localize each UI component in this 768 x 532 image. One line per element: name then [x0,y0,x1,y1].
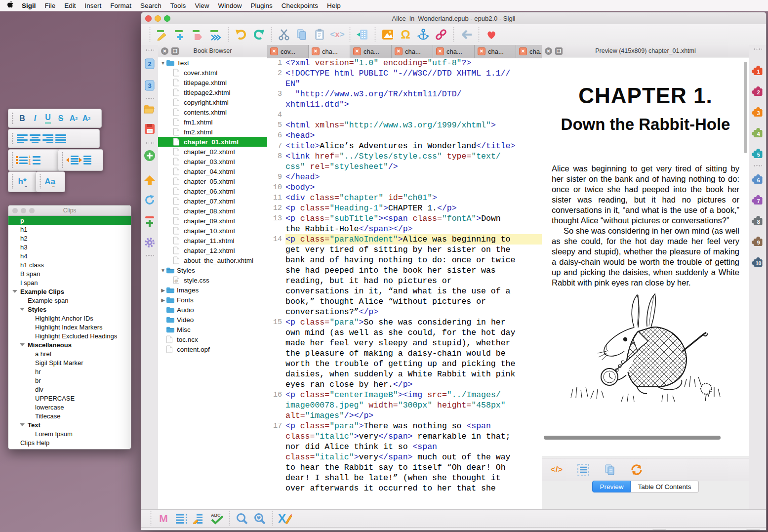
split-view-3-icon[interactable]: 3 [144,80,156,91]
code-line[interactable]: to hear the Rabbit say to itself “Oh dea… [267,462,542,473]
numbered-list-button[interactable]: 123 [29,154,41,166]
menu-sigil[interactable]: Sigil [17,2,40,9]
expand-triangle-icon[interactable] [12,290,17,293]
code-line[interactable]: xhtml11.dtd"> [267,99,542,110]
code-line[interactable]: 6<head> [267,130,542,141]
tree-folder[interactable]: ▶Images [158,285,267,295]
zoom-button[interactable] [164,15,170,22]
clip-item[interactable]: br [8,376,131,385]
split-view-2-icon[interactable]: 2 [144,58,156,70]
clip-item[interactable]: h1 [8,225,131,234]
tree-file[interactable]: copyright.xhtml [158,97,267,107]
metadata-editor-icon[interactable]: M [156,511,171,526]
code-line[interactable]: made her feel very sleepy and stupid), w… [267,338,542,348]
clip-item[interactable]: I span [8,278,131,287]
bold-button[interactable]: B [16,112,29,125]
clip-item[interactable]: a href [8,349,131,358]
donate-heart-icon[interactable] [484,27,499,42]
subscript-button[interactable]: A2 [67,112,80,125]
clip-item[interactable]: Highlight Excluded Headings [8,331,131,340]
menu-window[interactable]: Window [213,2,246,9]
drag-handle[interactable] [39,174,42,189]
back-icon[interactable] [459,27,474,42]
code-line[interactable]: get very tired of sitting by her sister … [267,245,542,255]
zoom-slider[interactable] [674,530,738,531]
menu-format[interactable]: Format [106,2,136,9]
clip-item[interactable]: Highlight Index Markers [8,323,131,331]
refresh-preview-icon[interactable] [629,462,644,477]
plugin-6-icon[interactable]: 6 [751,172,765,186]
tree-file[interactable]: toc.ncx [158,334,267,344]
tree-file[interactable]: chapter_07.xhtml [158,196,267,206]
expand-triangle-icon[interactable] [20,308,25,311]
split-marker-icon[interactable] [144,216,156,228]
preview-tab-table-of-contents[interactable]: Table Of Contents [631,481,698,492]
plugin-5-icon[interactable]: 5 [751,147,765,160]
insert-image-icon[interactable] [380,27,395,42]
code-line[interactable]: reading, but it had no pictures or [267,276,542,286]
menu-search[interactable]: Search [136,2,166,9]
editor-tab[interactable]: ✕cha... [392,45,433,58]
code-line[interactable]: own mind (as well as she could, for the … [267,327,542,338]
expand-triangle-icon[interactable] [20,343,25,346]
menu-checkpoints[interactable]: Checkpoints [277,2,323,9]
clip-item[interactable]: h3 [8,243,131,251]
insert-link-icon[interactable] [434,27,448,42]
clip-item[interactable]: Sigil Split Marker [8,358,131,367]
preview-tab-preview[interactable]: Preview [592,481,631,492]
plugin-2-icon[interactable]: 2 [751,84,765,98]
find-icon[interactable] [235,511,249,526]
tree-file[interactable]: chapter_08.xhtml [158,206,267,216]
tree-folder[interactable]: Video [158,315,267,325]
clip-item[interactable]: UPPERCASE [8,394,131,403]
drag-handle[interactable] [61,152,64,168]
clip-item[interactable]: lowercase [8,403,131,411]
code-line[interactable]: 1<?xml version="1.0" encoding="utf-8"?> [267,58,542,68]
inspect-code-icon[interactable]: </> [549,462,564,477]
code-line[interactable]: she had peeped into the book her sister … [267,265,542,276]
tree-folder[interactable]: ▶Fonts [158,295,267,305]
clip-item[interactable]: Styles [8,305,131,314]
indent-button[interactable] [79,154,91,166]
clip-item[interactable]: Clips Help [8,438,131,447]
menu-insert[interactable]: Insert [81,2,106,9]
menu-help[interactable]: Help [323,2,345,9]
code-line[interactable]: class="italic">very</span> much out of t… [267,452,542,462]
expand-arrow-icon[interactable]: ▼ [160,60,166,66]
mark-section-icon[interactable] [191,27,205,42]
code-line[interactable]: the Rabbit-Hole</span></p> [267,224,542,234]
tree-file[interactable]: contents.xhtml [158,107,267,117]
expand-arrow-icon[interactable]: ▶ [160,287,166,293]
code-line[interactable]: 5<html xmlns="http://www.w3.org/1999/xht… [267,120,542,130]
tree-file[interactable]: content.opf [158,344,267,354]
bullet-list-button[interactable] [16,154,29,166]
tree-file[interactable]: fm2.xhtml [158,127,267,137]
outdent-button[interactable] [66,154,79,166]
code-line[interactable]: 7<title>Alice’s Adventures in Wonderland… [267,141,542,151]
tree-folder[interactable]: Audio [158,305,267,315]
refresh-icon[interactable] [144,194,156,206]
drag-handle[interactable] [11,152,14,168]
code-line[interactable]: class="italic">very</span> remarkable in… [267,431,542,442]
window-titlebar[interactable]: Alice_in_Wonderland.epub - epub2.0 - Sig… [141,12,766,25]
tab-close-icon[interactable]: ✕ [478,47,485,55]
tab-close-icon[interactable]: ✕ [436,47,444,55]
preview-page[interactable]: CHAPTER 1. Down the Rabbit-Hole Alice wa… [542,58,749,456]
tree-file[interactable]: chapter_01.xhtml [158,137,267,147]
plugin-10-icon[interactable]: 10 [751,255,765,269]
tree-file[interactable]: about_the_author.xhtml [158,255,267,265]
editor-tab[interactable]: ✕cha... [350,45,392,58]
clip-item[interactable]: Text [8,420,131,429]
plugin-3-icon[interactable]: 3 [751,105,765,119]
plugin-1-icon[interactable]: 1 [751,64,765,77]
float-panel-icon[interactable]: ❐ [171,47,179,55]
save-icon[interactable] [144,123,156,135]
clip-item[interactable]: Example span [8,296,131,305]
clip-item[interactable]: Highlight Anchor IDs [8,314,131,323]
plugin-9-icon[interactable]: 9 [751,235,765,248]
code-line[interactable]: 12<p class="Heading-1">CHAPTER 1.</p> [267,203,542,213]
validate-epub-icon[interactable]: X [278,511,292,526]
tree-file[interactable]: chapter_06.xhtml [158,186,267,196]
code-line[interactable]: alt="images"/></p> [267,410,542,421]
code-line[interactable]: 4 [267,110,542,120]
